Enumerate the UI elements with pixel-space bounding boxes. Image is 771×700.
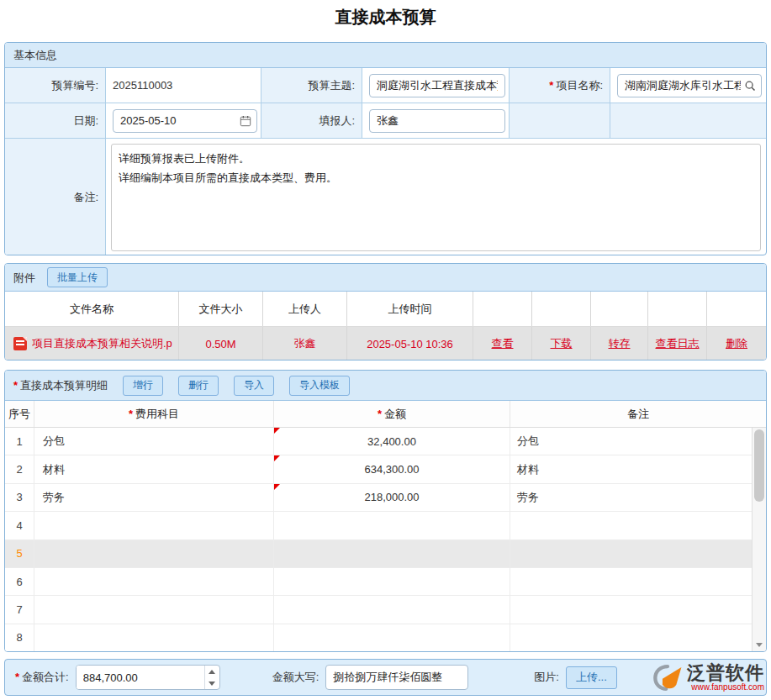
cell-remark[interactable] [510,512,752,539]
cell-subject[interactable]: 材料 [34,455,274,482]
cell-subject[interactable] [34,540,274,567]
cell-amount[interactable] [274,512,510,539]
budget-no-label: 预算编号: [5,68,106,103]
cell-remark[interactable]: 劳务 [510,484,752,511]
remark-label: 备注: [5,139,106,255]
project-label: *项目名称: [510,68,610,103]
detail-table-header: 序号 *费用科目 *金额 备注 [5,401,766,428]
brand-url: www.fanpusoft.com [687,683,764,692]
table-row: 4 [5,512,752,539]
subject-input[interactable] [369,74,505,97]
row-index[interactable]: 5 [5,540,34,567]
stepper-down-icon[interactable] [205,677,219,689]
scroll-down-arrow-icon[interactable] [753,638,766,651]
basic-row-remark: 备注: [5,139,766,255]
col-file-size: 文件大小 [179,292,263,326]
delete-row-button[interactable]: 删行 [178,376,219,396]
cell-subject[interactable]: 分包 [34,428,274,455]
cell-remark[interactable] [510,596,752,623]
cell-remark[interactable] [510,624,752,651]
table-row-selected: 5 [5,540,752,568]
total-amount-input[interactable] [77,666,204,689]
col-action [473,292,532,326]
table-row: 2 材料 634,300.00 材料 [5,455,752,483]
row-index[interactable]: 4 [5,512,34,539]
cell-subject[interactable] [34,568,274,595]
row-index[interactable]: 6 [5,568,34,595]
page-title: 直接成本预算 [0,6,771,29]
view-link[interactable]: 查看 [492,336,514,351]
project-input[interactable] [625,79,741,92]
col-subject: *费用科目 [34,401,274,427]
row-index[interactable]: 2 [5,455,34,482]
add-row-button[interactable]: 增行 [123,376,163,396]
calendar-icon[interactable] [240,115,251,127]
cell-remark[interactable]: 分包 [510,428,752,455]
reporter-input[interactable] [369,109,505,133]
delete-link[interactable]: 删除 [726,336,747,351]
vertical-scrollbar[interactable] [752,428,766,651]
file-name[interactable]: 项目直接成本预算相关说明.p [32,336,172,351]
basic-row-1: 预算编号: 2025110003 预算主题: *项目名称: [5,68,766,103]
cell-amount[interactable] [274,568,510,595]
cell-remark[interactable]: 材料 [510,455,752,482]
caps-input[interactable] [325,665,468,690]
detail-table-body: 1 分包 32,400.00 分包 2 材料 634,300.00 材料 3 劳… [5,428,766,651]
table-row: 1 分包 32,400.00 分包 [5,428,752,455]
cell-subject[interactable]: 劳务 [34,484,274,511]
detail-section-title: *直接成本预算明细 [13,373,108,397]
reporter-label: 填报人: [261,103,362,138]
row-index[interactable]: 1 [5,428,34,455]
date-input[interactable] [120,114,236,127]
import-template-button[interactable]: 导入模板 [289,376,350,396]
remark-textarea[interactable] [111,144,761,251]
empty-label-cell [510,103,610,138]
cell-subject[interactable] [34,596,274,623]
page: 直接成本预算 基本信息 预算编号: 2025110003 预算主题: *项目名称… [0,0,771,700]
view-log-link[interactable]: 查看日志 [656,336,700,351]
cell-subject[interactable] [34,624,274,651]
upload-image-button[interactable]: 上传... [566,666,617,689]
scrollbar-thumb[interactable] [754,429,764,502]
cell-amount[interactable] [274,624,510,651]
basic-row-2: 日期: 填报人: [5,103,766,139]
batch-upload-button[interactable]: 批量上传 [47,267,108,287]
date-label: 日期: [5,103,106,138]
cell-amount[interactable] [274,540,510,567]
required-icon: * [378,408,382,420]
required-icon: * [15,671,19,683]
file-size: 0.50M [179,327,263,361]
stepper-up-icon[interactable] [205,666,219,677]
col-action [707,292,766,326]
cell-remark[interactable] [510,540,752,567]
brand-name: 泛普软件 [687,663,764,683]
cell-amount[interactable]: 218,000.00 [274,484,510,511]
fanpu-logo: 泛普软件 www.fanpusoft.com [652,656,764,698]
row-index[interactable]: 3 [5,484,34,511]
file-uploader: 张鑫 [263,327,347,361]
import-button[interactable]: 导入 [234,376,274,396]
cell-remark[interactable] [510,568,752,595]
amount-stepper [204,666,219,689]
col-file-name: 文件名称 [5,292,179,326]
save-as-link[interactable]: 转存 [609,336,631,351]
remark-cell [106,139,766,255]
cell-subject[interactable] [34,512,274,539]
row-index[interactable]: 7 [5,596,34,623]
table-row: 3 劳务 218,000.00 劳务 [5,484,752,512]
cell-amount[interactable] [274,596,510,623]
download-link[interactable]: 下载 [551,336,573,351]
search-icon[interactable] [744,80,756,92]
table-row: 6 [5,568,752,596]
col-action [532,292,591,326]
reporter-cell [362,103,510,138]
attachment-row: 项目直接成本预算相关说明.p 0.50M 张鑫 2025-05-10 10:36… [5,327,766,361]
image-label: 图片: [534,670,559,685]
brand-text: 泛普软件 www.fanpusoft.com [687,663,764,692]
date-cell [106,103,261,138]
cell-amount[interactable]: 634,300.00 [274,455,510,482]
cell-amount[interactable]: 32,400.00 [274,428,510,455]
attachments-panel: 附件 批量上传 文件名称 文件大小 上传人 上传时间 项目直接成本预算相关说明.… [4,263,767,361]
total-amount-field [76,665,220,690]
row-index[interactable]: 8 [5,624,34,651]
